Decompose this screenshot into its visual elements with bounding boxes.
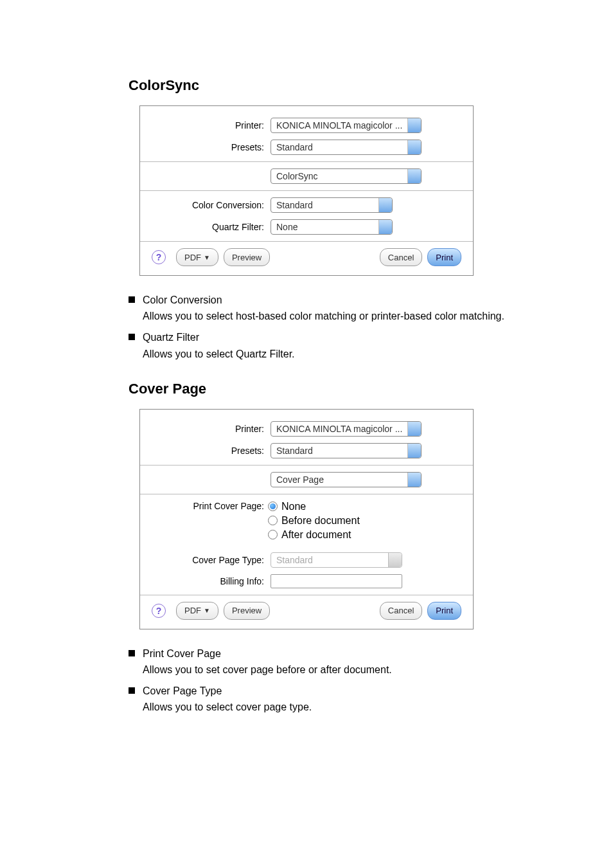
chevron-down-icon: ▼: [204, 254, 210, 261]
color-conversion-label: Color Conversion:: [152, 200, 271, 210]
presets-select[interactable]: Standard ▲▼: [271, 443, 422, 458]
radio-label: Before document: [281, 515, 360, 527]
list-item-desc: Allows you to set cover page before or a…: [143, 662, 542, 677]
print-dialog-colorsync: Printer: KONICA MINOLTA magicolor ... ▲▼…: [139, 105, 474, 276]
coverpage-description-list: Print Cover Page Allows you to set cover…: [129, 646, 542, 715]
printer-select[interactable]: KONICA MINOLTA magicolor ... ▲▼: [271, 421, 422, 437]
section-title-colorsync: ColorSync: [129, 77, 542, 94]
divider: [140, 465, 473, 466]
color-conversion-value: Standard: [276, 200, 313, 210]
preview-button[interactable]: Preview: [224, 602, 270, 620]
radio-label: None: [281, 501, 306, 512]
divider: [140, 241, 473, 242]
preview-button[interactable]: Preview: [224, 248, 270, 266]
billing-info-label: Billing Info:: [152, 576, 271, 586]
printer-label: Printer:: [152, 424, 271, 434]
cover-page-type-value: Standard: [276, 555, 313, 565]
printer-select[interactable]: KONICA MINOLTA magicolor ... ▲▼: [271, 118, 422, 133]
presets-value: Standard: [276, 446, 313, 456]
pane-value: Cover Page: [276, 475, 324, 485]
colorsync-description-list: Color Conversion Allows you to select ho…: [129, 293, 542, 361]
divider: [140, 595, 473, 595]
bullet-icon: [129, 650, 135, 656]
color-conversion-select[interactable]: Standard ▲▼: [271, 197, 393, 213]
quartz-filter-value: None: [276, 222, 298, 232]
print-button[interactable]: Print: [427, 248, 461, 266]
print-dialog-coverpage: Printer: KONICA MINOLTA magicolor ... ▲▼…: [139, 409, 474, 629]
presets-label: Presets:: [152, 446, 271, 456]
list-item-desc: Allows you to select Quartz Filter.: [143, 347, 542, 361]
list-item-desc: Allows you to select host-based color ma…: [143, 309, 542, 323]
print-button[interactable]: Print: [427, 602, 461, 620]
radio-icon: [268, 502, 278, 511]
presets-select[interactable]: Standard ▲▼: [271, 140, 422, 155]
radio-before[interactable]: Before document: [268, 515, 360, 527]
printer-value: KONICA MINOLTA magicolor ...: [276, 424, 402, 434]
pane-select[interactable]: ColorSync ▲▼: [271, 168, 422, 184]
print-cover-page-label: Print Cover Page:: [152, 501, 268, 543]
radio-none[interactable]: None: [268, 501, 360, 512]
radio-after[interactable]: After document: [268, 529, 360, 541]
radio-label: After document: [281, 529, 351, 541]
help-button[interactable]: ?: [152, 250, 166, 264]
radio-icon: [268, 516, 278, 525]
pdf-button[interactable]: PDF▼: [176, 248, 218, 266]
cover-page-type-label: Cover Page Type:: [152, 555, 271, 565]
list-item-title: Cover Page Type: [143, 683, 542, 698]
section-title-coverpage: Cover Page: [129, 381, 542, 397]
printer-label: Printer:: [152, 120, 271, 131]
presets-label: Presets:: [152, 142, 271, 152]
cover-page-type-select: Standard ▲▼: [271, 552, 402, 568]
divider: [140, 161, 473, 162]
list-item-title: Print Cover Page: [143, 646, 542, 661]
cancel-button[interactable]: Cancel: [380, 248, 422, 266]
bullet-icon: [129, 687, 135, 694]
pane-value: ColorSync: [276, 171, 318, 181]
quartz-filter-select[interactable]: None ▲▼: [271, 219, 393, 235]
divider: [140, 494, 473, 494]
pdf-button[interactable]: PDF▼: [176, 602, 218, 620]
list-item-desc: Allows you to select cover page type.: [143, 700, 542, 714]
printer-value: KONICA MINOLTA magicolor ...: [276, 120, 402, 131]
list-item-title: Color Conversion: [143, 293, 542, 307]
chevron-down-icon: ▼: [204, 607, 210, 614]
list-item-title: Quartz Filter: [143, 330, 542, 345]
pane-select[interactable]: Cover Page ▲▼: [271, 472, 422, 487]
quartz-filter-label: Quartz Filter:: [152, 222, 271, 232]
help-button[interactable]: ?: [152, 604, 166, 618]
billing-info-input[interactable]: [271, 574, 402, 588]
cancel-button[interactable]: Cancel: [380, 602, 422, 620]
presets-value: Standard: [276, 142, 313, 152]
radio-icon: [268, 530, 278, 539]
divider: [140, 190, 473, 191]
bullet-icon: [129, 296, 135, 303]
bullet-icon: [129, 334, 135, 340]
